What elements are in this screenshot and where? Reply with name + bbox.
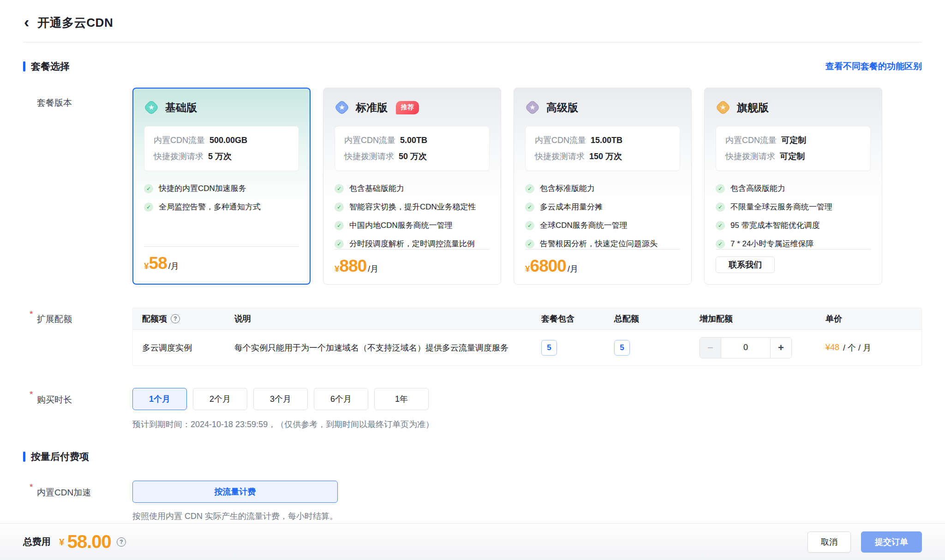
feature-text: 7 * 24小时专属运维保障 <box>730 238 813 249</box>
section-accent-bar <box>23 452 25 462</box>
quota-item-description: 每个实例只能用于为一个加速域名（不支持泛域名）提供多云流量调度服务 <box>225 342 532 353</box>
billing-content: 按流量计费 按照使用内置 CDN 实际产生的流量计费，每小时结算。 <box>132 481 338 522</box>
diamond-star-icon-flagship: ★ <box>716 100 730 115</box>
plan-card-basic[interactable]: ★ 基础版 内置CDN流量 500.00GB 快捷拨测请求 5 万次 <box>132 88 311 285</box>
spec-row: 内置CDN流量 15.00TB <box>535 132 670 149</box>
check-icon: ✓ <box>525 239 534 249</box>
expiry-note: 预计到期时间：2024-10-18 23:59:59，（仅供参考，到期时间以最终… <box>132 419 434 430</box>
plan-features: ✓ 包含高级版能力 ✓ 不限量全球云服务商统一管理 ✓ 95 带宽成本智能优化调… <box>716 183 871 249</box>
duration-option-1month[interactable]: 1个月 <box>132 388 187 410</box>
check-icon: ✓ <box>525 203 534 212</box>
cancel-button[interactable]: 取消 <box>807 531 851 553</box>
feature-text: 包含标准版能力 <box>540 183 595 194</box>
price-amount: 6800 <box>530 256 566 276</box>
spec-row: 内置CDN流量 500.00GB <box>154 132 289 149</box>
price-currency: ¥ <box>144 261 149 271</box>
col-total: 总配额 <box>605 313 690 324</box>
billing-by-traffic-button[interactable]: 按流量计费 <box>132 481 338 503</box>
plan-head: ★ 基础版 <box>144 100 299 115</box>
diamond-star-icon-advanced: ★ <box>525 100 540 115</box>
spec-label: 快捷拨测请求 <box>725 149 775 165</box>
spec-value: 15.00TB <box>591 132 622 149</box>
duration-content: 1个月 2个月 3个月 6个月 1年 预计到期时间：2024-10-18 23:… <box>132 388 434 430</box>
unit-price-amount: ¥48 <box>825 343 839 352</box>
price-per: /月 <box>568 263 578 274</box>
plus-icon[interactable]: + <box>770 338 791 358</box>
plan-divider <box>144 246 299 247</box>
submit-order-button[interactable]: 提交订单 <box>861 531 922 553</box>
check-icon: ✓ <box>144 203 153 212</box>
back-icon[interactable]: ‹ <box>23 16 30 28</box>
plan-head: ★ 旗舰版 <box>716 100 871 115</box>
feature-item: ✓ 包含高级版能力 <box>716 183 871 194</box>
duration-option-1year[interactable]: 1年 <box>374 388 429 410</box>
plan-price: ¥ 58 /月 <box>144 254 299 273</box>
recommended-badge: 推荐 <box>396 101 419 114</box>
spec-label: 内置CDN流量 <box>344 132 395 149</box>
star-icon: ★ <box>525 100 540 115</box>
plan-divider <box>716 249 871 250</box>
builtin-cdn-label: 内置CDN加速 <box>23 481 132 499</box>
section-accent-bar <box>23 61 25 71</box>
price-currency: ¥ <box>525 264 530 274</box>
header-divider <box>23 42 922 42</box>
feature-text: 全球CDN服务商统一管理 <box>540 220 628 231</box>
feature-item: ✓ 快捷的内置CDN加速服务 <box>144 183 299 194</box>
feature-text: 包含基础版能力 <box>349 183 404 194</box>
spec-row: 快捷拨测请求 50 万次 <box>344 149 480 165</box>
feature-text: 告警根因分析，快速定位问题源头 <box>540 238 658 249</box>
check-icon: ✓ <box>716 203 725 212</box>
plan-name: 高级版 <box>546 101 578 115</box>
contact-us-button[interactable]: 联系我们 <box>716 256 775 273</box>
feature-text: 包含高级版能力 <box>730 183 785 194</box>
quota-item-name: 多云调度实例 <box>133 342 225 353</box>
plan-divider <box>525 249 680 250</box>
plan-version-row: 套餐版本 ★ 基础版 内置CDN流量 500.00GB <box>23 88 922 285</box>
plan-card-flagship[interactable]: ★ 旗舰版 内置CDN流量 可定制 快捷拨测请求 可定制 <box>704 88 882 285</box>
total-help-icon[interactable]: ? <box>117 537 126 547</box>
feature-item: ✓ 全局监控告警，多种通知方式 <box>144 202 299 212</box>
quota-table-row: 多云调度实例 每个实例只能用于为一个加速域名（不支持泛域名）提供多云流量调度服务… <box>133 330 921 365</box>
plan-features: ✓ 快捷的内置CDN加速服务 ✓ 全局监控告警，多种通知方式 <box>144 183 299 246</box>
spec-value: 5 万次 <box>208 149 232 165</box>
check-icon: ✓ <box>335 239 344 249</box>
feature-item: ✓ 多云成本用量分摊 <box>525 202 680 212</box>
check-icon: ✓ <box>144 184 153 193</box>
plan-card-standard[interactable]: ★ 标准版 推荐 内置CDN流量 5.00TB 快捷拨测请求 50 万次 <box>323 88 501 285</box>
col-description: 说明 <box>225 313 532 324</box>
duration-option-3months[interactable]: 3个月 <box>253 388 308 410</box>
feature-item: ✓ 95 带宽成本智能优化调度 <box>716 220 871 231</box>
help-icon[interactable]: ? <box>171 314 180 323</box>
spec-value: 500.00GB <box>209 132 247 149</box>
duration-option-6months[interactable]: 6个月 <box>314 388 368 410</box>
feature-text: 分时段调度解析，定时调控流量比例 <box>349 238 475 249</box>
plan-section-title-text: 套餐选择 <box>31 60 70 73</box>
feature-item: ✓ 包含基础版能力 <box>335 183 490 194</box>
star-icon: ★ <box>335 100 349 115</box>
quota-table: 配额项 ? 说明 套餐包含 总配额 增加配额 单价 多云调度实例 每个实例只能用… <box>132 308 922 366</box>
spec-label: 内置CDN流量 <box>725 132 777 149</box>
stepper-input[interactable] <box>721 338 770 358</box>
spec-value: 50 万次 <box>399 149 427 165</box>
spec-value: 可定制 <box>781 132 806 149</box>
col-unit-price: 单价 <box>816 313 921 324</box>
feature-item: ✓ 全球CDN服务商统一管理 <box>525 220 680 231</box>
feature-text: 智能容灾切换，提升CDN业务稳定性 <box>349 202 476 212</box>
plan-divider <box>335 249 490 250</box>
duration-option-2months[interactable]: 2个月 <box>193 388 247 410</box>
footer-actions: 取消 提交订单 <box>807 531 922 553</box>
star-icon: ★ <box>716 100 730 115</box>
total-currency: ¥ <box>59 536 65 548</box>
plan-card-advanced[interactable]: ★ 高级版 内置CDN流量 15.00TB 快捷拨测请求 150 万次 <box>514 88 692 285</box>
star-icon: ★ <box>144 100 159 115</box>
billing-note: 按照使用内置 CDN 实际产生的流量计费，每小时结算。 <box>132 511 338 522</box>
plan-head: ★ 高级版 <box>525 100 680 115</box>
check-icon: ✓ <box>335 184 344 193</box>
price-per: /月 <box>168 261 179 272</box>
feature-text: 中国内地CDN服务商统一管理 <box>349 220 453 231</box>
minus-icon[interactable]: − <box>700 338 721 358</box>
quota-label: 扩展配额 <box>23 308 132 325</box>
compare-plans-link[interactable]: 查看不同套餐的功能区别 <box>825 60 922 72</box>
spec-row: 内置CDN流量 5.00TB <box>344 132 480 149</box>
quota-unit-price-cell: ¥48/ 个 / 月 <box>816 342 921 353</box>
